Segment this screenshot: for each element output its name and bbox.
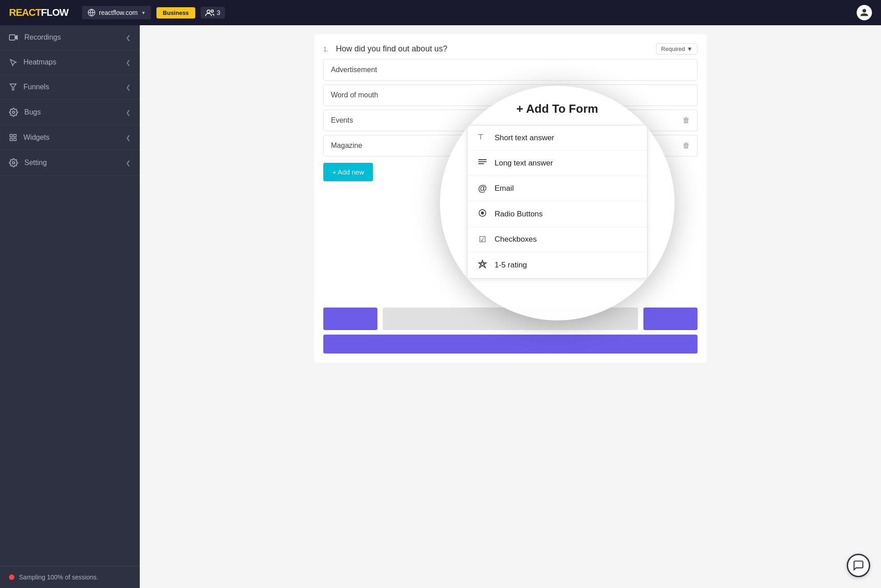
svg-point-18 [481,211,484,215]
sidebar-bugs-chevron: ❮ [126,109,131,116]
site-name: reactflow.com [99,9,138,16]
svg-rect-8 [10,134,12,137]
option-text-word-of-mouth: Word of mouth [331,91,378,99]
zoom-circle: + Add To Form ⊤ Short text answer [440,86,675,320]
required-label: Required [661,46,685,52]
email-icon: @ [477,183,488,193]
gear-icon [9,108,18,117]
dropdown-label-email: Email [495,184,514,193]
short-text-icon: ⊤ [477,133,488,143]
svg-marker-19 [479,260,486,268]
team-count: 3 [217,9,220,16]
sidebar-setting-chevron: ❮ [126,160,131,166]
user-avatar[interactable] [857,5,872,20]
required-chevron: ▼ [687,46,693,52]
required-badge[interactable]: Required ▼ [656,43,697,55]
logo-react: REACT [9,7,41,18]
dropdown-item-rating[interactable]: 1-5 rating [468,252,647,278]
rating-icon [477,259,488,271]
sidebar-recordings-chevron: ❮ [126,34,131,41]
delete-events-icon[interactable]: 🗑 [683,116,690,124]
checkboxes-icon: ☑ [477,234,488,244]
question-row: 1. How did you find out about us? Requir… [323,43,697,55]
funnel-icon [9,83,17,91]
sidebar-widgets-chevron: ❮ [126,134,131,141]
option-text-magazine: Magazine [331,142,362,150]
sidebar-item-bugs[interactable]: Bugs ❮ [0,100,140,125]
svg-marker-6 [10,84,16,90]
radio-icon [477,208,488,220]
add-new-button[interactable]: + Add new [323,163,373,181]
answer-option-advertisement: Advertisement [323,59,697,81]
grid-icon [9,133,17,142]
user-icon [860,8,869,17]
dropdown-menu: ⊤ Short text answer [467,125,647,278]
question-number: 1. [323,46,332,53]
sidebar-bugs-label: Bugs [24,108,41,116]
svg-rect-11 [14,138,16,141]
team-icon [205,9,214,16]
option-text-advertisement: Advertisement [331,66,377,74]
svg-rect-4 [9,35,15,40]
dropdown-item-checkboxes[interactable]: ☑ Checkboxes [468,227,647,252]
dropdown-item-email[interactable]: @ Email [468,176,647,201]
svg-rect-10 [10,138,12,141]
app-header: REACTFLOW reactflow.com ▼ Business 3 [0,0,881,25]
cursor-icon [9,58,17,66]
plan-badge[interactable]: Business [156,7,195,18]
dropdown-label-long-text: Long text answer [495,159,553,168]
dropdown-label-rating: 1-5 rating [495,261,527,270]
video-icon [9,34,18,41]
sidebar-item-funnels[interactable]: Funnels ❮ [0,75,140,100]
form-container: 1. How did you find out about us? Requir… [314,34,707,363]
team-badge[interactable]: 3 [201,7,225,18]
dropdown-label-checkboxes: Checkboxes [495,235,537,244]
svg-point-12 [13,162,15,164]
svg-point-2 [207,10,210,13]
sidebar-heatmaps-chevron: ❮ [126,59,131,66]
sidebar-item-heatmaps[interactable]: Heatmaps ❮ [0,50,140,75]
svg-text:⊤: ⊤ [477,133,484,140]
logo-flow: FLOW [41,7,69,18]
dropdown-item-long-text[interactable]: Long text answer [468,151,647,176]
sidebar-widgets-label: Widgets [23,133,50,142]
svg-marker-5 [15,35,18,40]
dropdown-item-short-text[interactable]: ⊤ Short text answer [468,125,647,151]
option-text-events: Events [331,116,353,124]
sidebar-heatmaps-label: Heatmaps [23,58,56,66]
svg-point-3 [211,10,213,12]
sidebar-item-setting[interactable]: Setting ❮ [0,150,140,176]
delete-magazine-icon[interactable]: 🗑 [683,142,690,150]
dropdown-item-radio[interactable]: Radio Buttons [468,201,647,227]
dropdown-label-radio: Radio Buttons [495,210,543,219]
chevron-down-icon: ▼ [141,10,146,15]
sidebar: Recordings ❮ Heatmaps ❮ Funnels ❮ [0,25,140,588]
long-text-icon [477,158,488,168]
svg-rect-9 [14,134,16,137]
main-content: 1. How did you find out about us? Requir… [140,25,881,588]
messenger-icon [853,560,864,571]
sidebar-setting-label: Setting [24,159,47,167]
sidebar-funnels-chevron: ❮ [126,84,131,91]
sampling-dot [9,574,14,580]
svg-point-7 [13,111,15,114]
site-icon [87,9,96,17]
sidebar-footer: Sampling 100% of sessions. [0,566,140,588]
dropdown-label-short-text: Short text answer [495,133,554,142]
logo: REACTFLOW [9,7,69,18]
settings-icon [9,158,18,167]
sidebar-item-widgets[interactable]: Widgets ❮ [0,125,140,150]
messenger-button[interactable] [847,554,870,577]
sidebar-item-recordings[interactable]: Recordings ❮ [0,25,140,50]
sampling-label: Sampling 100% of sessions. [19,574,98,581]
sidebar-recordings-label: Recordings [24,33,61,41]
sidebar-funnels-label: Funnels [23,83,49,91]
site-selector[interactable]: reactflow.com ▼ [82,6,151,19]
question-title: How did you find out about us? [336,44,652,54]
